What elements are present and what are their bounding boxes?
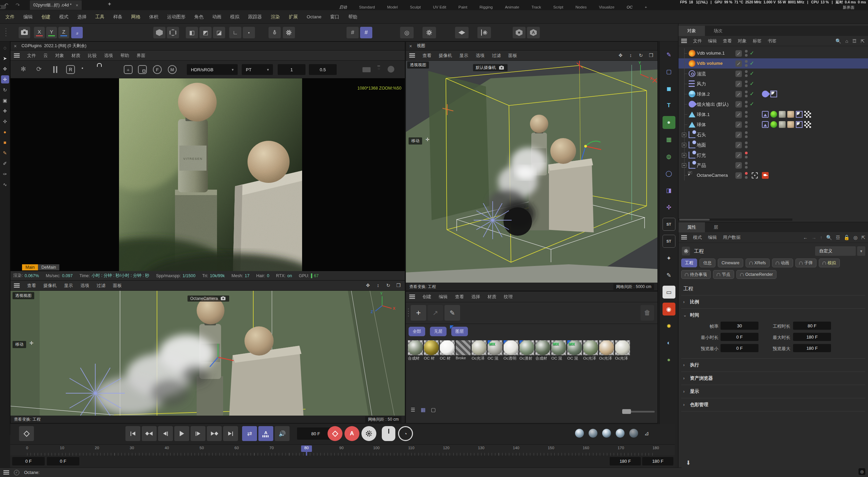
- ruler-tick-30[interactable]: 30: [130, 446, 134, 450]
- object-menu-查看[interactable]: 查看: [723, 38, 732, 44]
- menu-模拟[interactable]: 模拟: [230, 14, 239, 20]
- enabled-check-icon[interactable]: ✓: [750, 60, 754, 66]
- attr-target-icon[interactable]: ◎: [853, 235, 857, 240]
- material-menu-选择[interactable]: 选择: [471, 294, 480, 300]
- field-帧率[interactable]: 30: [721, 322, 758, 330]
- object-name[interactable]: 风力: [697, 81, 706, 87]
- attr-tab-XRefs[interactable]: XRefs: [746, 259, 770, 267]
- material-thumbnail[interactable]: MIX: [488, 340, 502, 355]
- material-size-slider-handle[interactable]: [622, 409, 631, 414]
- octane-menu-界面[interactable]: 界面: [137, 53, 145, 59]
- octane-menu-帮助[interactable]: 帮助: [120, 53, 129, 59]
- st-tag2-icon[interactable]: ST: [663, 235, 675, 248]
- material-menu-材质[interactable]: 材质: [488, 294, 496, 300]
- object-menu-icon[interactable]: [681, 39, 687, 43]
- ruler-tick-70[interactable]: 70: [270, 446, 274, 450]
- octane-menu-云[interactable]: 云: [43, 53, 48, 59]
- fcurve-icon[interactable]: ⊿: [643, 430, 650, 437]
- expand-icon[interactable]: +: [682, 153, 686, 157]
- object-name[interactable]: 球体: [697, 122, 706, 128]
- workspace-tab-model[interactable]: Model: [387, 5, 398, 9]
- rectangle-tool-icon[interactable]: ▢: [663, 65, 675, 78]
- edit-toggle-icon[interactable]: [735, 50, 742, 57]
- phong-tag-icon[interactable]: [770, 91, 777, 97]
- maximize-view-icon[interactable]: ❒: [647, 52, 655, 59]
- edit-toggle-icon[interactable]: [735, 91, 742, 97]
- workspace-tab-animate[interactable]: Animate: [505, 5, 519, 9]
- phong-tag-icon[interactable]: [796, 111, 803, 118]
- visibility-dot-bottom[interactable]: [745, 156, 748, 158]
- material-menu-icon[interactable]: [409, 294, 415, 299]
- visibility-dot-bottom[interactable]: [745, 105, 748, 108]
- hanger-tag-icon[interactable]: [762, 121, 769, 128]
- edit-toggle-icon[interactable]: [735, 121, 742, 128]
- anchor-axis-icon[interactable]: ⛢: [269, 27, 281, 38]
- world-axis-button[interactable]: ⟓: [71, 27, 83, 38]
- attr-tab-OctaneRender[interactable]: OctaneRender: [736, 270, 776, 279]
- material-filter-全部[interactable]: 全部: [409, 327, 425, 336]
- edit-toggle-icon[interactable]: [735, 152, 742, 158]
- modifier-gear-icon[interactable]: [477, 27, 491, 38]
- view-menu-查看[interactable]: 查看: [422, 53, 431, 59]
- attr-group-资产浏览器[interactable]: ›资产浏览器: [678, 372, 868, 385]
- workspace-tab-rigging[interactable]: Rigging: [479, 5, 493, 9]
- menu-模式[interactable]: 模式: [59, 14, 68, 20]
- material-thumbnail[interactable]: [456, 340, 471, 355]
- new-interface-button[interactable]: 新界面: [843, 5, 855, 10]
- render-view-icon[interactable]: [153, 27, 165, 38]
- scale-tool-icon[interactable]: ▣: [1, 96, 9, 104]
- hexagon-a-icon[interactable]: A: [527, 27, 540, 38]
- view-menu-过滤[interactable]: 过滤: [492, 53, 501, 59]
- loop-playback-button[interactable]: ⇄: [242, 426, 257, 441]
- menu-网格[interactable]: 网格: [131, 14, 140, 20]
- rotate-tool-icon[interactable]: ↻: [1, 86, 9, 94]
- workspace-tab-oc[interactable]: OC: [627, 5, 632, 9]
- object-row[interactable]: 球体: [678, 119, 868, 130]
- octane-menu-对象[interactable]: 对象: [55, 53, 64, 59]
- menu-样条[interactable]: 样条: [113, 14, 122, 20]
- material-thumbnail[interactable]: MIX: [567, 340, 582, 355]
- attr-group-执行[interactable]: ›执行: [678, 359, 868, 371]
- material-filter-图层[interactable]: 图层: [451, 327, 468, 336]
- visibility-dot-bottom[interactable]: [745, 115, 748, 118]
- mouse-mode-button[interactable]: [382, 426, 395, 441]
- menu-运动图形[interactable]: 运动图形: [167, 14, 185, 20]
- rotation-dial-button[interactable]: ◔: [398, 426, 413, 441]
- pan-hand-icon[interactable]: ✥: [617, 52, 624, 59]
- edit-toggle-icon[interactable]: [735, 142, 742, 148]
- material-thumbnail[interactable]: [599, 340, 614, 355]
- view-menu-面板[interactable]: 面板: [508, 53, 517, 59]
- field-最大时长[interactable]: 180 F: [793, 333, 831, 341]
- axis-y-button[interactable]: Y: [46, 27, 57, 38]
- view-type-label[interactable]: 透视视图: [407, 61, 429, 69]
- attr-tab-子弹[interactable]: 子弹: [795, 259, 816, 267]
- attribute-menu-模式[interactable]: 模式: [693, 234, 702, 241]
- material-list-view-icon[interactable]: ☰: [409, 406, 417, 414]
- spline-pen-icon[interactable]: ✑: [1, 170, 9, 178]
- object-row[interactable]: +产品: [678, 160, 868, 170]
- material-thumbnail[interactable]: [472, 340, 487, 355]
- sky-sphere-icon[interactable]: ◐: [663, 337, 675, 349]
- enabled-check-icon[interactable]: ✓: [750, 80, 754, 87]
- visibility-dot-bottom[interactable]: [745, 176, 748, 179]
- zoom-tool-icon[interactable]: ◌: [1, 44, 9, 52]
- symmetry-icon[interactable]: [455, 27, 469, 38]
- attr-group-显示[interactable]: ›显示: [678, 385, 868, 398]
- sound-button[interactable]: 🔊: [275, 426, 290, 441]
- ruler-tick-60[interactable]: 60: [235, 446, 239, 450]
- expand-icon[interactable]: +: [682, 133, 686, 137]
- menu-扩展[interactable]: 扩展: [289, 14, 298, 20]
- range-start2-field[interactable]: 0 F: [47, 457, 79, 465]
- object-name[interactable]: 灯光: [697, 152, 706, 158]
- autokey-sound-button[interactable]: A: [258, 426, 273, 441]
- expand-icon[interactable]: +: [682, 163, 686, 168]
- visibility-dot-bottom[interactable]: [745, 135, 748, 138]
- object-row[interactable]: +地面: [678, 140, 868, 150]
- visibility-dot-top[interactable]: [745, 50, 748, 53]
- next-key-button[interactable]: [207, 426, 222, 441]
- uv-tag-icon[interactable]: [804, 121, 811, 128]
- visibility-dot-top[interactable]: [745, 70, 748, 73]
- tweak-gear-icon[interactable]: [283, 27, 295, 38]
- keyframe-selection-button[interactable]: [19, 426, 34, 441]
- timeline-ruler[interactable]: 0102030405060708090100110120130140150160…: [10, 444, 675, 455]
